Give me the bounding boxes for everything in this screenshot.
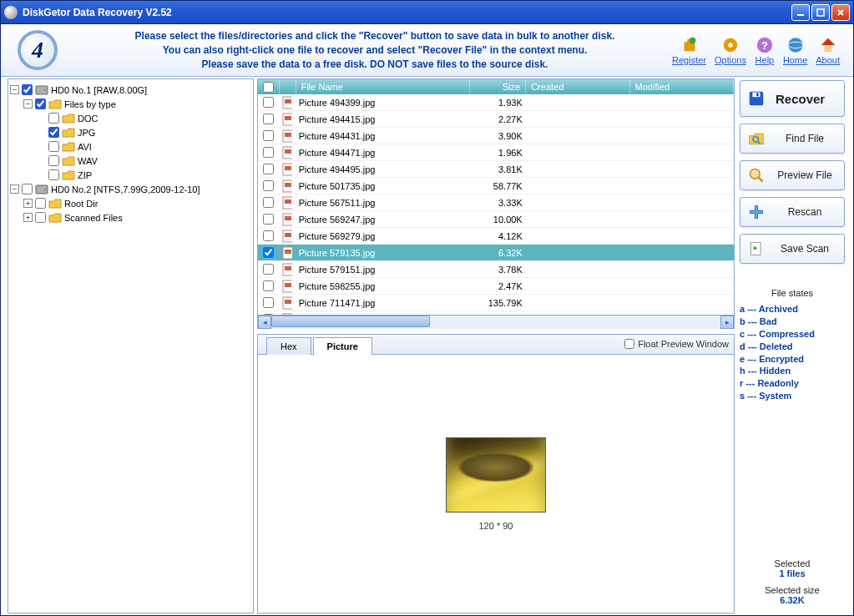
tree-folder-item[interactable]: +Scanned Files <box>10 210 251 225</box>
tree-type-item[interactable]: AVI <box>10 139 251 154</box>
preview-file-button[interactable]: Preview File <box>740 160 845 190</box>
find-file-button[interactable]: Find File <box>740 124 845 154</box>
file-row[interactable]: Picture 501735.jpg58.77K <box>258 178 734 194</box>
home-link[interactable]: Home <box>783 35 807 65</box>
row-checkbox[interactable] <box>263 264 274 275</box>
tree-panel[interactable]: − HD0 No.1 [RAW,8.00G] − File <box>8 78 254 613</box>
row-checkbox[interactable] <box>263 214 274 225</box>
file-row[interactable]: Picture 494415.jpg2.27K <box>258 111 734 128</box>
row-checkbox[interactable] <box>263 114 274 124</box>
scroll-thumb[interactable] <box>271 316 430 327</box>
folder-icon <box>48 198 62 210</box>
tree-checkbox[interactable] <box>48 113 59 124</box>
tree-checkbox[interactable] <box>48 169 59 180</box>
tree-checkbox[interactable] <box>35 98 46 109</box>
help-link[interactable]: ? Help <box>755 35 775 65</box>
header-modified[interactable]: Modified <box>630 79 734 94</box>
file-name: Picture 501735.jpg <box>296 181 470 191</box>
tree-type-item[interactable]: ZIP <box>10 168 251 182</box>
tab-hex[interactable]: Hex <box>266 337 311 355</box>
file-row[interactable]: Picture 579151.jpg3.78K <box>258 261 734 278</box>
horizontal-scrollbar[interactable]: ◂ ▸ <box>258 315 734 328</box>
tree-checkbox[interactable] <box>48 141 59 152</box>
row-checkbox[interactable] <box>263 197 274 208</box>
file-icon <box>279 129 295 143</box>
file-icon <box>279 163 295 176</box>
file-row[interactable]: Picture 569279.jpg4.12K <box>258 228 734 245</box>
row-checkbox[interactable] <box>263 247 274 258</box>
select-all-checkbox[interactable] <box>263 82 274 93</box>
row-checkbox[interactable] <box>263 130 274 141</box>
close-button[interactable] <box>831 4 850 21</box>
file-row[interactable]: Picture 494431.jpg3.90K <box>258 128 734 144</box>
header-name[interactable]: File Name <box>296 79 470 94</box>
maximize-button[interactable] <box>811 4 830 21</box>
collapse-icon[interactable]: − <box>10 85 19 94</box>
tree-type-item[interactable]: DOC <box>10 111 251 125</box>
header-created[interactable]: Created <box>526 79 629 94</box>
file-row[interactable]: Picture 569247.jpg10.00K <box>258 211 734 228</box>
float-preview-toggle[interactable]: Float Preview Window <box>624 339 729 352</box>
scroll-track[interactable] <box>271 316 720 329</box>
folder-icon <box>62 127 75 139</box>
house-icon <box>818 35 838 55</box>
toggle-placeholder <box>37 142 46 151</box>
tree-type-item[interactable]: WAV <box>10 154 251 168</box>
tree-folder-item[interactable]: +Root Dir <box>10 196 251 210</box>
tree-disk2[interactable]: − HD0 No.2 [NTFS,7.99G,2009-12-10] <box>10 182 251 196</box>
tree-checkbox[interactable] <box>35 198 46 209</box>
minimize-button[interactable] <box>791 4 810 21</box>
rescan-button[interactable]: Rescan <box>740 197 845 227</box>
row-checkbox[interactable] <box>263 180 274 191</box>
collapse-icon[interactable]: − <box>23 99 33 109</box>
file-row[interactable]: Picture 494495.jpg3.81K <box>258 161 734 178</box>
tree-files-by-type[interactable]: − Files by type <box>10 97 251 111</box>
file-row[interactable]: Picture 579135.jpg6.32K <box>258 245 734 261</box>
collapse-icon[interactable]: − <box>10 184 19 194</box>
tab-picture[interactable]: Picture <box>313 337 372 355</box>
window-title: DiskGetor Data Recovery V2.52 <box>23 7 790 18</box>
selected-count-label: Selected <box>740 558 845 568</box>
file-row[interactable]: Picture 711471.jpg135.79K <box>258 295 734 311</box>
scroll-left-button[interactable]: ◂ <box>258 316 271 329</box>
file-row[interactable]: Picture 567511.jpg3.33K <box>258 194 734 211</box>
folder-icon <box>62 169 75 181</box>
options-link[interactable]: Options <box>715 35 746 65</box>
file-row[interactable]: Picture 598255.jpg2.47K <box>258 278 734 295</box>
file-row[interactable]: Picture 494471.jpg1.96K <box>258 144 734 161</box>
preview-body: 120 * 90 <box>258 355 734 613</box>
file-list-header[interactable]: File Name Size Created Modified <box>258 79 734 94</box>
find-file-label: Find File <box>772 133 837 144</box>
row-checkbox[interactable] <box>263 97 274 108</box>
svg-rect-44 <box>756 93 759 97</box>
save-scan-button[interactable]: Save Scan <box>740 234 845 264</box>
tree-checkbox[interactable] <box>22 184 33 194</box>
tree-checkbox[interactable] <box>48 155 59 166</box>
file-row[interactable]: Picture 494399.jpg1.93K <box>258 94 734 111</box>
row-checkbox[interactable] <box>263 230 274 241</box>
tree-checkbox[interactable] <box>48 127 59 138</box>
row-checkbox[interactable] <box>263 147 274 158</box>
register-link[interactable]: Register <box>672 35 706 65</box>
expand-icon[interactable]: + <box>23 199 33 208</box>
help-label: Help <box>755 55 775 65</box>
file-list-body[interactable]: Picture 494399.jpg1.93KPicture 494415.jp… <box>258 94 734 315</box>
tree-checkbox[interactable] <box>35 212 46 223</box>
tree-disk1[interactable]: − HD0 No.1 [RAW,8.00G] <box>10 83 251 97</box>
scroll-right-button[interactable]: ▸ <box>720 316 734 329</box>
header-size[interactable]: Size <box>470 79 526 94</box>
tree-checkbox[interactable] <box>22 84 33 95</box>
row-checkbox[interactable] <box>263 280 274 291</box>
about-link[interactable]: About <box>816 35 840 65</box>
save-scan-icon <box>747 240 766 258</box>
float-preview-checkbox[interactable] <box>624 339 634 349</box>
header-icon-col <box>280 79 296 94</box>
rescan-label: Rescan <box>772 206 837 218</box>
expand-icon[interactable]: + <box>23 213 33 222</box>
recover-button[interactable]: Recover <box>740 80 845 117</box>
header-checkbox-col[interactable] <box>258 79 280 94</box>
row-checkbox[interactable] <box>263 164 274 174</box>
tree-type-item[interactable]: JPG <box>10 125 251 139</box>
file-icon <box>279 280 295 293</box>
row-checkbox[interactable] <box>263 297 274 308</box>
